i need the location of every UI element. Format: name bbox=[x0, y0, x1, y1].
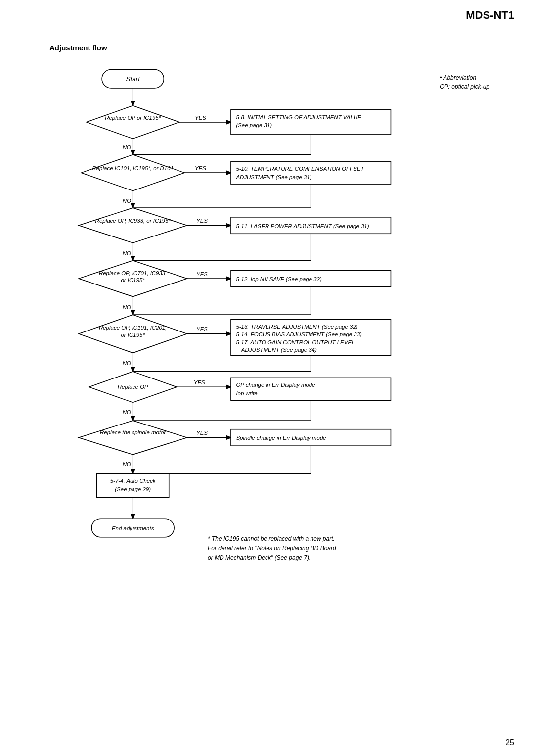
svg-text:or IC195*: or IC195* bbox=[121, 332, 145, 338]
svg-text:NO: NO bbox=[123, 360, 131, 366]
svg-text:NO: NO bbox=[123, 461, 131, 467]
svg-text:Replace OP, IC933, or IC195*: Replace OP, IC933, or IC195* bbox=[95, 218, 171, 224]
svg-text:Replace OP, IC701, IC933,: Replace OP, IC701, IC933, bbox=[99, 270, 167, 276]
svg-marker-3 bbox=[87, 105, 179, 139]
svg-text:5-14. FOCUS BIAS ADJUSTMENT (S: 5-14. FOCUS BIAS ADJUSTMENT (See page 33… bbox=[236, 331, 362, 337]
svg-text:5-8.  INITIAL SETTING OF ADJUS: 5-8. INITIAL SETTING OF ADJUSTMENT VALUE bbox=[236, 114, 361, 120]
svg-text:5-10. TEMPERATURE COMPENSATION: 5-10. TEMPERATURE COMPENSATION OFFSET bbox=[236, 166, 364, 172]
svg-text:YES: YES bbox=[196, 271, 208, 277]
svg-text:YES: YES bbox=[195, 115, 206, 121]
svg-text:Spindle change in Err Display : Spindle change in Err Display mode bbox=[236, 435, 326, 441]
svg-rect-64 bbox=[231, 378, 391, 400]
svg-text:Replace OP or IC195*: Replace OP or IC195* bbox=[105, 115, 161, 121]
svg-text:5-12. Iop NV SAVE (See page 32: 5-12. Iop NV SAVE (See page 32) bbox=[236, 276, 322, 282]
svg-text:YES: YES bbox=[194, 379, 205, 385]
page-footer: 25 bbox=[505, 738, 514, 747]
svg-text:5-17. AUTO GAIN CONTROL OUTPUT: 5-17. AUTO GAIN CONTROL OUTPUT LEVEL bbox=[236, 339, 355, 345]
svg-text:NO: NO bbox=[123, 198, 131, 204]
section-title: Adjustment flow bbox=[49, 44, 107, 52]
page-header: MDS-NT1 bbox=[466, 9, 514, 22]
svg-rect-81 bbox=[97, 473, 169, 497]
svg-text:Start: Start bbox=[126, 75, 140, 83]
svg-text:YES: YES bbox=[196, 326, 208, 332]
svg-text:OP change in Err Display mode: OP change in Err Display mode bbox=[236, 382, 315, 388]
svg-text:Replace OP: Replace OP bbox=[118, 384, 148, 390]
flowchart-area: Start Replace OP or IC195* YES 5-8. INIT… bbox=[30, 64, 504, 658]
svg-marker-71 bbox=[79, 421, 187, 455]
svg-text:Replace OP, IC101, IC201,: Replace OP, IC101, IC201, bbox=[99, 325, 167, 331]
footnote: * The IC195 cannot be replaced with a ne… bbox=[208, 534, 336, 563]
svg-marker-14 bbox=[81, 155, 184, 191]
svg-text:5-11. LASER POWER ADJUSTMENT (: 5-11. LASER POWER ADJUSTMENT (See page 3… bbox=[236, 223, 369, 229]
svg-rect-18 bbox=[231, 161, 391, 184]
svg-text:(See page 31): (See page 31) bbox=[236, 122, 272, 128]
svg-text:NO: NO bbox=[123, 250, 131, 256]
svg-text:Replace IC101, IC195*, or D101: Replace IC101, IC195*, or D101 bbox=[92, 165, 173, 171]
svg-text:YES: YES bbox=[196, 430, 208, 436]
svg-text:YES: YES bbox=[195, 165, 206, 171]
svg-text:NO: NO bbox=[123, 409, 131, 415]
svg-text:ADJUSTMENT (See page 34): ADJUSTMENT (See page 34) bbox=[241, 347, 317, 353]
svg-text:Replace the spindle motor: Replace the spindle motor bbox=[100, 429, 166, 435]
svg-text:ADJUSTMENT (See page 31): ADJUSTMENT (See page 31) bbox=[235, 174, 312, 180]
svg-text:YES: YES bbox=[196, 218, 208, 224]
svg-text:Iop write: Iop write bbox=[236, 390, 257, 396]
svg-text:NO: NO bbox=[123, 304, 131, 310]
svg-text:(See page 29): (See page 29) bbox=[115, 486, 151, 492]
svg-marker-25 bbox=[79, 208, 187, 243]
svg-text:5-13. TRAVERSE ADJUSTMENT (See: 5-13. TRAVERSE ADJUSTMENT (See page 32) bbox=[236, 324, 357, 330]
svg-text:or IC195*: or IC195* bbox=[121, 277, 145, 283]
svg-text:NO: NO bbox=[123, 144, 131, 150]
svg-text:End adjustments: End adjustments bbox=[112, 525, 154, 531]
svg-text:5-7-4. Auto Check: 5-7-4. Auto Check bbox=[110, 478, 156, 484]
